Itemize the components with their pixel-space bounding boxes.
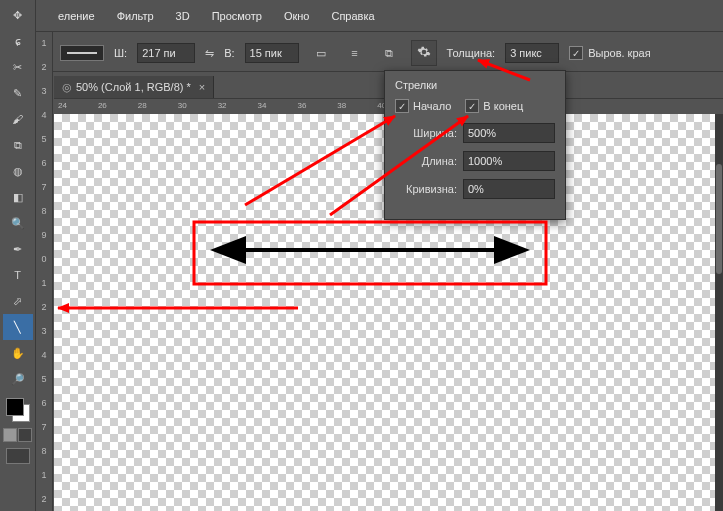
height-label: В: <box>224 47 234 59</box>
ruler-tick: 1 <box>41 470 46 480</box>
lasso-tool[interactable]: ɕ <box>3 28 33 54</box>
align-edges-checkbox[interactable]: ✓ <box>569 46 583 60</box>
pen-tool[interactable]: ✒ <box>3 236 33 262</box>
gear-icon <box>417 45 431 61</box>
ruler-tick: 5 <box>41 374 46 384</box>
hand-tool[interactable]: ✋ <box>3 340 33 366</box>
arrow-width-input[interactable]: 500% <box>463 123 555 143</box>
close-tab-button[interactable]: × <box>199 81 205 93</box>
stroke-preview[interactable] <box>60 45 104 61</box>
paint-bucket-tool[interactable]: ◍ <box>3 158 33 184</box>
mode-button-1[interactable]: ▭ <box>309 41 333 65</box>
quick-mask-toggle[interactable] <box>3 428 33 442</box>
color-swatches[interactable] <box>6 398 30 422</box>
arrow-width-label: Ширина: <box>395 127 457 139</box>
ruler-tick: 7 <box>41 422 46 432</box>
line-tool[interactable]: ╲ <box>3 314 33 340</box>
type-tool[interactable]: T <box>3 262 33 288</box>
height-input[interactable]: 15 пик <box>245 43 299 63</box>
options-bar: Ш: 217 пи ⇋ В: 15 пик ▭ ≡ ⧉ Толщина: 3 п… <box>40 35 723 72</box>
arrow-length-label: Длина: <box>395 155 457 167</box>
menu-bar: еление Фильтр 3D Просмотр Окно Справка <box>0 0 723 32</box>
arrow-concavity-label: Кривизна: <box>395 183 457 195</box>
eraser-tool[interactable]: ◧ <box>3 184 33 210</box>
zoom-tool[interactable]: 🔍 <box>3 210 33 236</box>
menu-item[interactable]: 3D <box>176 10 190 22</box>
gear-button[interactable] <box>411 40 437 66</box>
width-label: Ш: <box>114 47 127 59</box>
vertical-scrollbar[interactable] <box>715 114 723 511</box>
align-edges-option[interactable]: ✓ Выров. края <box>569 46 650 60</box>
move-tool[interactable]: ✥ <box>3 2 33 28</box>
ruler-tick: 6 <box>41 158 46 168</box>
ruler-tick: 2 <box>41 494 46 504</box>
screen-mode-button[interactable] <box>3 448 33 464</box>
arrow-length-input[interactable]: 1000% <box>463 151 555 171</box>
start-arrow-option[interactable]: ✓ Начало <box>395 99 451 113</box>
scrollbar-thumb[interactable] <box>716 164 722 274</box>
ruler-tick: 3 <box>41 326 46 336</box>
ruler-tick: 9 <box>41 230 46 240</box>
clone-tool[interactable]: ⧉ <box>3 132 33 158</box>
eyedropper-tool[interactable]: ✎ <box>3 80 33 106</box>
link-icon[interactable]: ⇋ <box>205 47 214 60</box>
ruler-tick: 8 <box>41 446 46 456</box>
menu-item[interactable]: Фильтр <box>117 10 154 22</box>
ruler-tick: 7 <box>41 182 46 192</box>
align-button[interactable]: ≡ <box>343 41 367 65</box>
end-arrow-option[interactable]: ✓ В конец <box>465 99 523 113</box>
menu-item[interactable]: Просмотр <box>212 10 262 22</box>
ruler-tick: 1 <box>41 278 46 288</box>
vertical-ruler: 123456789012345678123456 <box>36 32 53 511</box>
weight-input[interactable]: 3 пикс <box>505 43 559 63</box>
crop-tool[interactable]: ✂ <box>3 54 33 80</box>
ruler-tick: 4 <box>41 350 46 360</box>
align-edges-label: Выров. края <box>588 47 650 59</box>
toolbox: ✥ɕ✂✎🖌⧉◍◧🔍✒T⬀╲✋🔎 <box>0 0 36 511</box>
file-icon: ◎ <box>62 81 72 94</box>
document-title: 50% (Слой 1, RGB/8) * <box>76 81 191 93</box>
ruler-tick: 2 <box>41 302 46 312</box>
ruler-tick: 8 <box>41 206 46 216</box>
arrange-button[interactable]: ⧉ <box>377 41 401 65</box>
ruler-tick: 3 <box>41 86 46 96</box>
width-input[interactable]: 217 пи <box>137 43 195 63</box>
ruler-tick: 6 <box>41 398 46 408</box>
start-checkbox[interactable]: ✓ <box>395 99 409 113</box>
ruler-tick: 5 <box>41 134 46 144</box>
ruler-tick: 4 <box>41 110 46 120</box>
path-select-tool[interactable]: ⬀ <box>3 288 33 314</box>
magnify-tool[interactable]: 🔎 <box>3 366 33 392</box>
document-tab[interactable]: ◎ 50% (Слой 1, RGB/8) * × <box>54 76 214 98</box>
brush-tool[interactable]: 🖌 <box>3 106 33 132</box>
arrowheads-popup: Стрелки ✓ Начало ✓ В конец Ширина: 500% … <box>384 70 566 220</box>
ruler-tick: 0 <box>41 254 46 264</box>
ruler-tick: 1 <box>41 38 46 48</box>
end-label: В конец <box>483 100 523 112</box>
arrow-concavity-input[interactable]: 0% <box>463 179 555 199</box>
menu-item[interactable]: еление <box>58 10 95 22</box>
menu-item[interactable]: Окно <box>284 10 310 22</box>
popup-title: Стрелки <box>395 79 555 91</box>
menu-item[interactable]: Справка <box>331 10 374 22</box>
start-label: Начало <box>413 100 451 112</box>
ruler-tick: 2 <box>41 62 46 72</box>
end-checkbox[interactable]: ✓ <box>465 99 479 113</box>
weight-label: Толщина: <box>447 47 496 59</box>
